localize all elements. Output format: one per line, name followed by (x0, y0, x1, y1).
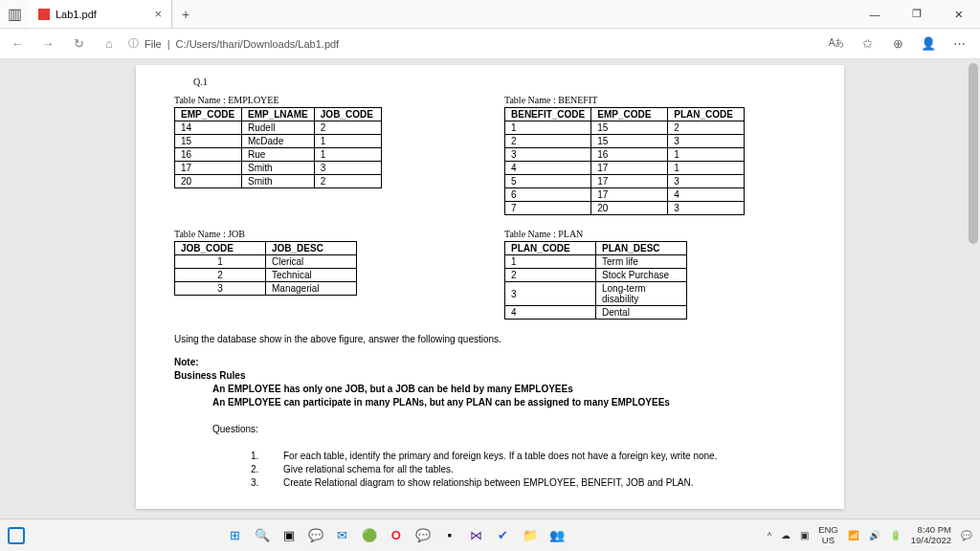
rules-label: Business Rules (174, 370, 245, 381)
table-row: 16Rue1 (175, 148, 382, 162)
table-row: 1Term life (505, 255, 687, 269)
taskbar-center: ⊞ 🔍 ▣ 💬 ✉ 🟢 O 💬 ▪ ⋈ ✔ 📁 👥 (25, 525, 768, 546)
q1-num: 1. (251, 450, 264, 463)
note-label: Note: (174, 357, 199, 367)
table-row: 4Dental (505, 306, 687, 320)
address-bar: ← → ↻ ⌂ ⓘ File | C:/Users/thari/Download… (0, 29, 980, 59)
table-row: 4171 (505, 162, 745, 175)
table-row: 6174 (505, 188, 745, 202)
pdf-page: Q.1 Table Name : EMPLOYEE EMP_CODEEMP_LN… (136, 65, 844, 509)
read-aloud-icon[interactable]: Aあ (827, 36, 846, 51)
employee-table-name: Table Name : EMPLOYEE (174, 95, 476, 105)
q3-num: 3. (251, 476, 264, 490)
battery-icon[interactable]: 🔋 (890, 530, 902, 540)
explorer-icon[interactable]: 📁 (520, 525, 541, 546)
q1-text: For each table, identify the primary and… (283, 450, 717, 463)
terminal-icon[interactable]: ▪ (439, 525, 460, 546)
whatsapp-icon[interactable]: 💬 (412, 525, 434, 546)
plan-table: PLAN_CODEPLAN_DESC 1Term life 2Stock Pur… (504, 241, 687, 320)
protocol-label: File (145, 38, 162, 50)
separator: | (167, 38, 170, 50)
info-icon: ⓘ (128, 36, 139, 51)
benefit-table-name: Table Name : BENEFIT (504, 95, 806, 105)
vs-icon[interactable]: ⋈ (466, 525, 487, 546)
teams-icon[interactable]: 👥 (546, 525, 568, 546)
todo-icon[interactable]: ✔ (493, 525, 514, 546)
notifications-icon[interactable]: 💬 (961, 530, 972, 540)
taskview-icon[interactable]: ▣ (278, 525, 300, 546)
job-table-name: Table Name : JOB (174, 229, 476, 239)
job-table: JOB_CODEJOB_DESC 1Clerical 2Technical 3M… (174, 241, 357, 296)
table-row: 2Technical (175, 269, 357, 282)
home-button[interactable]: ⌂ (98, 33, 121, 55)
table-row: 1152 (505, 121, 745, 135)
tab-strip: ▥ Lab1.pdf × + (0, 0, 199, 28)
q2-text: Give relational schema for all the table… (283, 463, 454, 476)
titlebar: ▥ Lab1.pdf × + ― ❐ × (0, 0, 980, 29)
close-button[interactable]: × (938, 0, 980, 29)
new-tab-button[interactable]: + (172, 7, 199, 22)
clock[interactable]: 8:40 PM19/4/2022 (911, 525, 951, 545)
pdf-viewer: Q.1 Table Name : EMPLOYEE EMP_CODEEMP_LN… (0, 59, 980, 518)
benefit-table: BENEFIT_CODEEMP_CODEPLAN_CODE 1152 2153 … (504, 107, 745, 215)
tabs-button-icon[interactable]: ▥ (0, 5, 29, 23)
table-row: 7203 (505, 202, 745, 215)
taskbar: ⊞ 🔍 ▣ 💬 ✉ 🟢 O 💬 ▪ ⋈ ✔ 📁 👥 ^ ☁ ▣ ENGUS 📶 … (0, 518, 980, 551)
favorites-icon[interactable]: ✩ (858, 36, 877, 51)
toolbar-right: Aあ ✩ ⊕ 👤 ⋯ (827, 36, 974, 51)
opera-icon[interactable]: O (386, 525, 407, 546)
system-tray: ^ ☁ ▣ ENGUS 📶 🔊 🔋 8:40 PM19/4/2022 💬 (768, 525, 972, 545)
scrollbar[interactable] (967, 63, 978, 515)
minimize-button[interactable]: ― (854, 0, 896, 29)
rule-1: An EMPLOYEE has only one JOB, but a JOB … (212, 383, 806, 396)
intro-text: Using the database show in the above fig… (174, 333, 806, 346)
body-text: Using the database show in the above fig… (174, 333, 806, 490)
start-icon[interactable]: ⊞ (225, 525, 246, 546)
url-path: C:/Users/thari/Downloads/Lab1.pdf (176, 38, 340, 50)
table-row: 3161 (505, 148, 745, 162)
table-row: 15McDade1 (175, 135, 382, 148)
q2-num: 2. (251, 463, 264, 476)
window-controls: ― ❐ × (854, 0, 980, 29)
questions-label: Questions: (212, 423, 806, 436)
mail-icon[interactable]: ✉ (332, 525, 353, 546)
forward-button[interactable]: → (36, 33, 59, 55)
table-row: 14Rudell2 (175, 121, 382, 135)
language-indicator[interactable]: ENGUS (818, 525, 838, 545)
refresh-button[interactable]: ↻ (67, 33, 90, 55)
volume-icon[interactable]: 🔊 (869, 530, 880, 540)
table-row: 20Smith2 (175, 175, 382, 188)
tray-chevron-icon[interactable]: ^ (768, 530, 771, 540)
table-row: 5173 (505, 175, 745, 188)
employee-table: EMP_CODEEMP_LNAMEJOB_CODE 14Rudell2 15Mc… (174, 107, 382, 188)
table-row: 3Managerial (175, 282, 357, 296)
table-row: 3Long-term disability (505, 282, 687, 306)
wifi-icon[interactable]: 📶 (848, 530, 859, 540)
pdf-icon (38, 9, 50, 20)
table-row: 17Smith3 (175, 162, 382, 175)
plan-table-name: Table Name : PLAN (504, 229, 806, 239)
q3-text: Create Relational diagram to show relati… (283, 476, 694, 490)
table-row: 2153 (505, 135, 745, 148)
more-icon[interactable]: ⋯ (949, 36, 969, 51)
table-row: 2Stock Purchase (505, 269, 687, 282)
tab-close-icon[interactable]: × (154, 7, 162, 21)
onedrive-icon[interactable]: ☁ (781, 530, 791, 540)
edge-icon[interactable] (8, 527, 25, 544)
maximize-button[interactable]: ❐ (896, 0, 938, 29)
rule-2: An EMPLOYEE can participate in many PLAN… (212, 396, 806, 409)
collections-icon[interactable]: ⊕ (888, 36, 907, 51)
security-icon[interactable]: ▣ (800, 530, 809, 540)
table-row: 1Clerical (175, 255, 357, 269)
tab-lab1[interactable]: Lab1.pdf × (29, 0, 172, 28)
chat-icon[interactable]: 💬 (305, 525, 326, 546)
address-field[interactable]: ⓘ File | C:/Users/thari/Downloads/Lab1.p… (128, 36, 819, 51)
back-button[interactable]: ← (6, 33, 29, 55)
tab-title: Lab1.pdf (56, 9, 97, 20)
question-number: Q.1 (193, 77, 806, 87)
profile-icon[interactable]: 👤 (919, 36, 938, 51)
search-icon[interactable]: 🔍 (252, 525, 273, 546)
edge-taskbar-icon[interactable]: 🟢 (359, 525, 380, 546)
